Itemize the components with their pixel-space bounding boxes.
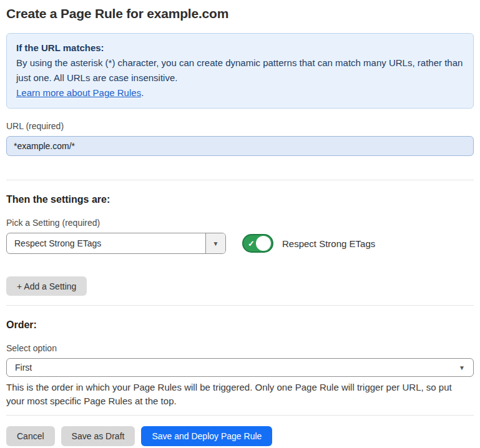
setting-toggle-label: Respect Strong ETags: [282, 238, 375, 249]
order-select-label: Select option: [6, 343, 474, 353]
create-page-rule-form: Create a Page Rule for example.com If th…: [0, 0, 480, 446]
settings-section-heading: Then the settings are:: [6, 194, 474, 205]
pick-setting-label: Pick a Setting (required): [6, 218, 474, 228]
order-select[interactable]: First ▼: [6, 358, 474, 377]
chevron-down-icon: ▼: [213, 240, 219, 247]
save-as-draft-button[interactable]: Save as Draft: [61, 426, 135, 446]
order-helper-text: This is the order in which your Page Rul…: [6, 381, 471, 408]
url-label: URL (required): [6, 121, 474, 131]
setting-select-arrow-button[interactable]: ▼: [205, 233, 225, 253]
link-suffix: .: [141, 87, 144, 98]
divider: [6, 305, 474, 306]
cancel-button[interactable]: Cancel: [6, 426, 55, 446]
url-match-info-box: If the URL matches: By using the asteris…: [6, 33, 474, 109]
divider: [6, 180, 474, 180]
footer-actions: Cancel Save as Draft Save and Deploy Pag…: [6, 426, 474, 446]
save-and-deploy-button[interactable]: Save and Deploy Page Rule: [141, 426, 272, 446]
add-setting-button[interactable]: + Add a Setting: [6, 276, 87, 296]
page-title: Create a Page Rule for example.com: [6, 6, 474, 21]
divider: [6, 415, 474, 416]
setting-select-value: Respect Strong ETags: [7, 233, 205, 253]
chevron-down-icon: ▼: [459, 364, 465, 371]
setting-toggle[interactable]: ✓: [242, 234, 273, 253]
info-box-body: By using the asterisk (*) character, you…: [16, 56, 464, 85]
url-input[interactable]: [6, 136, 474, 156]
setting-row: Respect Strong ETags ▼ ✓ Respect Strong …: [6, 233, 474, 254]
check-icon: ✓: [248, 240, 255, 248]
order-section-heading: Order:: [6, 319, 474, 331]
setting-select[interactable]: Respect Strong ETags ▼: [6, 233, 226, 254]
learn-more-link[interactable]: Learn more about Page Rules: [16, 87, 141, 98]
info-box-heading: If the URL matches:: [16, 41, 464, 56]
toggle-knob: [256, 236, 271, 251]
order-select-value: First: [15, 363, 32, 373]
info-box-link-line: Learn more about Page Rules.: [16, 85, 464, 100]
